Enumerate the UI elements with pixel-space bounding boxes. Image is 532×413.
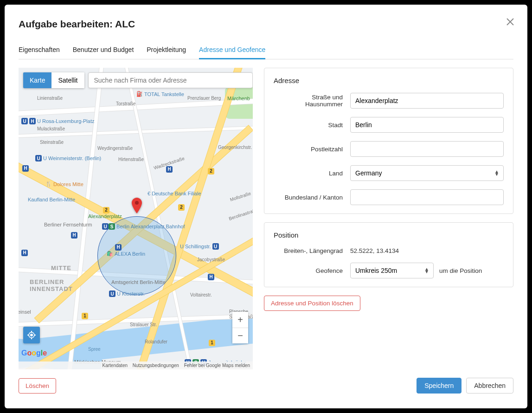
poi-deutsche-bank: €Deutsche Bank Filiale (147, 191, 201, 196)
poi-alexanderplatz: Alexanderplatz (88, 213, 122, 219)
address-panel-title: Adresse (274, 77, 504, 84)
poi-kaufland: Kaufland Berlin-Mitte (28, 197, 75, 202)
svg-point-1 (30, 334, 33, 336)
map[interactable]: Torstraße Linienstraße Mulackstraße Stei… (19, 68, 253, 369)
street-input[interactable] (350, 93, 504, 109)
road-label: Weydingerstraße (97, 146, 133, 151)
geofence-suffix: um die Position (439, 267, 482, 274)
transit-stop-icon: H (115, 244, 122, 251)
zip-input[interactable] (350, 141, 504, 157)
map-footer-kartendaten[interactable]: Kartendaten (103, 363, 128, 368)
edit-task-modal: Aufgabe bearbeiten: ALC Eigenschaften Be… (5, 5, 527, 408)
tab-eigenschaften[interactable]: Eigenschaften (19, 41, 60, 59)
tab-benutzer-budget[interactable]: Benutzer und Budget (73, 41, 134, 59)
tab-projektleitung[interactable]: Projektleitung (147, 41, 186, 59)
road-label: Hirtenstraße (118, 157, 144, 162)
zoom-out-button[interactable]: − (232, 328, 248, 343)
poi-alex-bahnhof: US Berlin Alexanderplatz Bahnhof (102, 223, 185, 230)
street-label: Straße und Hausnummer (274, 94, 350, 108)
address-panel: Adresse Straße und Hausnummer Stadt Post… (264, 68, 513, 214)
svg-point-0 (135, 201, 139, 205)
road-label: Steinstraße (40, 140, 64, 145)
zoom-controls: + − (232, 312, 248, 343)
road-label: Georgenkirchstr. (218, 145, 252, 150)
map-type-karte[interactable]: Karte (23, 72, 51, 88)
district-label: MITTE (51, 265, 71, 271)
highway-badge: 2 (178, 204, 185, 211)
highway-badge: 2 (208, 168, 214, 174)
transit-stop-icon: H (71, 232, 77, 239)
state-input[interactable] (350, 189, 504, 205)
road-label: Voltairestr. (190, 292, 212, 297)
poi-dolores: 🍴Dolores Mitte (45, 181, 83, 187)
road-label: Prenzlauer Berg (187, 96, 221, 101)
city-input[interactable] (350, 117, 504, 133)
tab-adresse-geofence[interactable]: Adresse und Geofence (199, 41, 265, 59)
country-select[interactable]: Germany (350, 165, 504, 181)
map-search-input[interactable] (88, 72, 253, 88)
map-type-toggle: Karte Satellit (23, 72, 84, 88)
transit-stop-icon: H (166, 166, 173, 173)
road-label: Rolandufer (145, 339, 167, 344)
road-label: Torstraße (116, 101, 135, 106)
geofence-select[interactable]: Umkreis 250m (350, 263, 434, 278)
google-logo: Google (21, 349, 47, 357)
poi-einsel: einsel (19, 309, 31, 315)
map-footer-report[interactable]: Fehler bei Google Maps melden (184, 363, 250, 368)
poi-fernsehturm: Berliner Fernsehturm (44, 222, 92, 227)
poi-alexa: 🛍️ALEXA Berlin (107, 251, 145, 257)
highway-badge: 1 (82, 313, 88, 319)
clear-address-button[interactable]: Adresse und Position löschen (264, 296, 360, 311)
delete-button[interactable]: Löschen (19, 378, 56, 394)
map-attribution: Kartendaten Nutzungsbedingungen Fehler b… (19, 361, 253, 369)
water-label: Spree (88, 347, 101, 352)
position-panel: Position Breiten-, Längengrad 52.5222, 1… (264, 222, 513, 287)
poi-amtsgericht: Amtsgericht Berlin-Mitte (111, 279, 166, 285)
road-label: Jacobystraße (197, 257, 225, 262)
poi-klosterstr: UU Klosterstr. (109, 290, 145, 297)
latlng-value: 52.5222, 13.4134 (350, 247, 504, 254)
road-label: Mulackstraße (37, 126, 65, 131)
state-label: Bundesland / Kanton (274, 194, 350, 201)
poi-rosa-luxemburg: UHU Rosa-Luxemburg-Platz (21, 118, 95, 124)
locate-button[interactable] (23, 327, 40, 343)
close-button[interactable] (506, 18, 514, 26)
highway-badge: 2 (103, 207, 109, 213)
tabs: Eigenschaften Benutzer und Budget Projek… (19, 41, 513, 59)
map-marker-icon[interactable] (132, 198, 142, 213)
zip-label: Postleitzahl (274, 146, 350, 153)
geofence-label: Geofence (274, 267, 350, 274)
poi-total-tankstelle: ⛽TOTAL Tankstelle (136, 91, 184, 97)
position-panel-title: Position (274, 231, 504, 239)
cancel-button[interactable]: Abbrechen (466, 378, 513, 394)
poi-marchenb: Märchenb (227, 96, 250, 101)
latlng-label: Breiten-, Längengrad (274, 247, 350, 254)
transit-stop-icon: H (208, 274, 214, 280)
zoom-in-button[interactable]: + (232, 312, 248, 328)
map-type-satellit[interactable]: Satellit (51, 72, 84, 88)
modal-title: Aufgabe bearbeiten: ALC (19, 19, 513, 30)
transit-stop-icon: H (21, 250, 28, 256)
poi-schillingstr: U Schillingstr.U (180, 243, 219, 250)
road-label: Linienstraße (37, 96, 63, 101)
country-label: Land (274, 170, 350, 177)
save-button[interactable]: Speichern (417, 378, 461, 394)
modal-footer: Löschen Speichern Abbrechen (19, 378, 513, 394)
map-footer-terms[interactable]: Nutzungsbedingungen (133, 363, 179, 368)
transit-stop-icon: H (22, 165, 29, 172)
highway-badge: 1 (209, 340, 215, 346)
district-label: BERLINER INNENSTADT (30, 278, 73, 292)
poi-weinmeister: U U Weinmeisterstr. (Berlin) (35, 155, 101, 161)
road-label: Stralauer Str. (130, 322, 157, 327)
city-label: Stadt (274, 122, 350, 129)
